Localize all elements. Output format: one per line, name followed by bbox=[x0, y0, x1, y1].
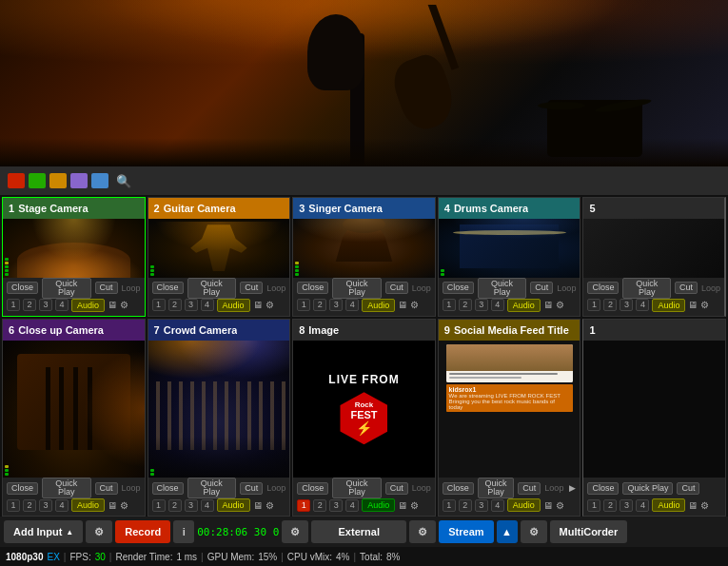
close-btn-2[interactable]: Close bbox=[152, 282, 184, 294]
audio-btn-2[interactable]: Audio bbox=[217, 299, 250, 312]
audio-btn-4[interactable]: Audio bbox=[507, 299, 541, 312]
quickplay-btn-1[interactable]: Quick Play bbox=[42, 278, 91, 299]
monitor-btn-3[interactable]: 🖥 bbox=[398, 300, 407, 310]
audio-btn-8[interactable]: Audio bbox=[362, 498, 395, 512]
stream-button[interactable]: Stream bbox=[439, 520, 493, 543]
monitor-btn-4[interactable]: 🖥 bbox=[543, 300, 553, 310]
quickplay-btn-6[interactable]: Quick Play bbox=[42, 478, 91, 498]
settings-btn-5[interactable]: ⚙ bbox=[700, 300, 709, 310]
swatch-blue[interactable] bbox=[91, 173, 108, 188]
num-4-3[interactable]: 4 bbox=[345, 299, 359, 311]
cut-btn-6[interactable]: Cut bbox=[95, 482, 118, 495]
settings-btn-6[interactable]: ⚙ bbox=[120, 500, 128, 511]
monitor-btn-2[interactable]: 🖥 bbox=[253, 300, 263, 310]
settings-btn-1[interactable]: ⚙ bbox=[120, 300, 128, 310]
close-btn-4[interactable]: Close bbox=[443, 282, 474, 294]
input-preview-2[interactable] bbox=[148, 219, 290, 278]
cut-btn-7[interactable]: Cut bbox=[240, 482, 263, 495]
num-2-3[interactable]: 2 bbox=[313, 299, 326, 311]
monitor-btn-6[interactable]: 🖥 bbox=[108, 500, 117, 511]
input-preview-8[interactable]: LIVE FROM Rock FEST ⚡ bbox=[293, 341, 435, 478]
num-2-9[interactable]: 2 bbox=[459, 499, 472, 512]
swatch-red[interactable] bbox=[8, 173, 25, 188]
input-preview-5[interactable] bbox=[583, 219, 724, 278]
num-2-7[interactable]: 2 bbox=[168, 499, 182, 512]
swatch-purple[interactable] bbox=[70, 173, 88, 188]
num-3-2[interactable]: 3 bbox=[185, 299, 198, 311]
monitor-btn-5[interactable]: 🖥 bbox=[688, 300, 698, 310]
multicorder-button[interactable]: MultiCorder bbox=[550, 520, 628, 543]
input-preview-9[interactable]: kidsrox1 We are streaming LIVE FROM ROCK… bbox=[439, 341, 580, 478]
num-3-1[interactable]: 3 bbox=[39, 299, 52, 311]
num-2-4[interactable]: 2 bbox=[459, 299, 472, 311]
num-1-7[interactable]: 1 bbox=[152, 499, 166, 512]
audio-btn-6[interactable]: Audio bbox=[71, 498, 105, 512]
num-1-9[interactable]: 1 bbox=[443, 499, 456, 512]
settings-btn-9[interactable]: ⚙ bbox=[556, 500, 564, 511]
swatch-green[interactable] bbox=[29, 173, 46, 188]
num-4-8[interactable]: 4 bbox=[345, 499, 359, 512]
cut-btn-5[interactable]: Cut bbox=[675, 282, 698, 294]
info-button[interactable]: i bbox=[173, 520, 194, 543]
num-4-2[interactable]: 4 bbox=[201, 299, 214, 311]
num-2-10[interactable]: 2 bbox=[603, 499, 617, 512]
settings-btn-3[interactable]: ⚙ bbox=[410, 300, 419, 310]
cut-btn-2[interactable]: Cut bbox=[240, 282, 263, 294]
search-icon[interactable]: 🔍 bbox=[116, 174, 131, 188]
audio-btn-7[interactable]: Audio bbox=[217, 498, 250, 512]
num-4-4[interactable]: 4 bbox=[491, 299, 504, 311]
quickplay-btn-7[interactable]: Quick Play bbox=[187, 478, 237, 498]
settings-btn-8[interactable]: ⚙ bbox=[410, 500, 419, 511]
audio-btn-9[interactable]: Audio bbox=[507, 498, 541, 512]
num-3-5[interactable]: 3 bbox=[620, 299, 633, 311]
num-4-6[interactable]: 4 bbox=[55, 499, 69, 512]
input-preview-4[interactable] bbox=[439, 219, 580, 278]
input-preview-10[interactable] bbox=[583, 341, 725, 478]
swatch-orange[interactable] bbox=[49, 173, 67, 188]
num-1-8[interactable]: 1 bbox=[297, 499, 310, 512]
settings-btn-4[interactable]: ⚙ bbox=[556, 300, 564, 310]
cut-btn-4[interactable]: Cut bbox=[530, 282, 553, 294]
num-3-9[interactable]: 3 bbox=[475, 499, 488, 512]
close-btn-6[interactable]: Close bbox=[7, 482, 38, 495]
audio-btn-5[interactable]: Audio bbox=[652, 299, 685, 312]
monitor-btn-7[interactable]: 🖥 bbox=[253, 500, 263, 511]
cut-btn-9[interactable]: Cut bbox=[518, 482, 541, 495]
add-input-button[interactable]: Add Input ▲ bbox=[4, 520, 83, 543]
cut-btn-10[interactable]: Cut bbox=[677, 482, 699, 495]
num-1-1[interactable]: 1 bbox=[7, 299, 20, 311]
settings-btn-2[interactable]: ⚙ bbox=[266, 300, 274, 310]
toolbar-settings-button[interactable]: ⚙ bbox=[86, 520, 112, 543]
input-preview-7[interactable] bbox=[148, 341, 290, 478]
close-btn-1[interactable]: Close bbox=[7, 282, 38, 294]
monitor-btn-9[interactable]: 🖥 bbox=[543, 500, 553, 511]
quickplay-btn-5[interactable]: Quick Play bbox=[622, 278, 671, 299]
close-btn-5[interactable]: Close bbox=[587, 282, 619, 294]
close-btn-9[interactable]: Close bbox=[443, 482, 474, 495]
num-2-5[interactable]: 2 bbox=[603, 299, 617, 311]
num-3-7[interactable]: 3 bbox=[185, 499, 198, 512]
monitor-btn-10[interactable]: 🖥 bbox=[688, 500, 698, 511]
quickplay-btn-3[interactable]: Quick Play bbox=[332, 278, 382, 299]
cut-btn-1[interactable]: Cut bbox=[95, 282, 118, 294]
quickplay-btn-8[interactable]: Quick Play bbox=[332, 478, 382, 498]
num-2-6[interactable]: 2 bbox=[23, 499, 36, 512]
monitor-btn-8[interactable]: 🖥 bbox=[398, 500, 407, 511]
quickplay-btn-9[interactable]: Quick Play bbox=[478, 478, 515, 498]
num-4-1[interactable]: 4 bbox=[55, 299, 69, 311]
external-settings-button[interactable]: ⚙ bbox=[409, 520, 436, 543]
close-btn-8[interactable]: Close bbox=[297, 482, 328, 495]
external-button[interactable]: External bbox=[311, 520, 406, 543]
num-4-5[interactable]: 4 bbox=[636, 299, 649, 311]
num-4-10[interactable]: 4 bbox=[636, 499, 649, 512]
input-preview-6[interactable] bbox=[3, 341, 145, 478]
num-1-6[interactable]: 1 bbox=[7, 499, 20, 512]
num-2-1[interactable]: 2 bbox=[23, 299, 36, 311]
settings-btn-7[interactable]: ⚙ bbox=[266, 500, 274, 511]
input-preview-1[interactable] bbox=[3, 219, 145, 278]
num-1-2[interactable]: 1 bbox=[152, 299, 166, 311]
num-3-3[interactable]: 3 bbox=[329, 299, 343, 311]
num-4-9[interactable]: 4 bbox=[491, 499, 504, 512]
cut-btn-3[interactable]: Cut bbox=[385, 282, 408, 294]
record-button[interactable]: Record bbox=[115, 520, 170, 543]
